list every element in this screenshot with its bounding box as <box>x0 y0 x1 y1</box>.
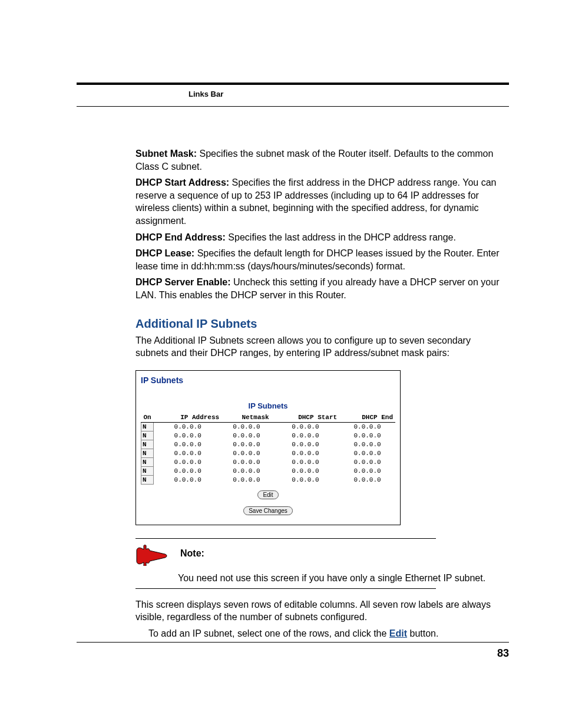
cell-dhcp-end: 0.0.0.0 <box>339 475 395 484</box>
def-dhcp-end: DHCP End Address: Specifies the last add… <box>135 231 503 244</box>
cell-on[interactable]: N <box>141 431 154 440</box>
cell-dhcp-start: 0.0.0.0 <box>272 475 339 484</box>
col-netmask: Netmask <box>222 413 272 423</box>
table-row[interactable]: N0.0.0.00.0.0.00.0.0.00.0.0.0 <box>141 466 396 475</box>
cell-netmask: 0.0.0.0 <box>222 431 272 440</box>
subnet-table: On IP Address Netmask DHCP Start DHCP En… <box>141 413 395 485</box>
box-title: IP Subnets <box>141 375 395 385</box>
cell-netmask: 0.0.0.0 <box>222 422 272 431</box>
cell-ip: 0.0.0.0 <box>154 431 222 440</box>
note-label: Note: <box>180 545 204 559</box>
cell-on[interactable]: N <box>141 449 154 457</box>
footer-rule <box>77 642 509 643</box>
table-row[interactable]: N0.0.0.00.0.0.00.0.0.00.0.0.0 <box>141 475 396 484</box>
def-dhcp-lease: DHCP Lease: Specifies the default length… <box>135 247 503 272</box>
save-changes-button[interactable]: Save Changes <box>243 506 293 515</box>
col-dhcp-start: DHCP Start <box>272 413 339 423</box>
note-text: You need not use this screen if you have… <box>135 569 503 588</box>
header-rule-thin <box>77 106 509 107</box>
def-dhcp-start-label: DHCP Start Address: <box>135 177 229 187</box>
def-dhcp-server-enable-label: DHCP Server Enable: <box>135 277 231 287</box>
cell-dhcp-start: 0.0.0.0 <box>272 440 339 449</box>
cell-dhcp-end: 0.0.0.0 <box>339 431 395 440</box>
cell-dhcp-end: 0.0.0.0 <box>339 466 395 475</box>
def-dhcp-end-text: Specifies the last address in the DHCP a… <box>226 232 456 242</box>
subnet-table-header: On IP Address Netmask DHCP Start DHCP En… <box>141 413 396 423</box>
note-block: Note: You need not use this screen if yo… <box>135 538 503 589</box>
def-dhcp-server-enable: DHCP Server Enable: Uncheck this setting… <box>135 276 503 301</box>
cell-ip: 0.0.0.0 <box>154 457 222 466</box>
cell-netmask: 0.0.0.0 <box>222 440 272 449</box>
cell-dhcp-end: 0.0.0.0 <box>339 449 395 457</box>
cell-dhcp-start: 0.0.0.0 <box>272 457 339 466</box>
cell-dhcp-start: 0.0.0.0 <box>272 449 339 457</box>
edit-link[interactable]: Edit <box>389 628 407 638</box>
tail-p2-pre: To add an IP subnet, select one of the r… <box>148 628 389 638</box>
def-subnet-mask-label: Subnet Mask: <box>135 149 197 159</box>
cell-ip: 0.0.0.0 <box>154 475 222 484</box>
cell-on[interactable]: N <box>141 475 154 484</box>
def-dhcp-lease-label: DHCP Lease: <box>135 248 194 258</box>
col-dhcp-end: DHCP End <box>339 413 395 423</box>
note-bottom-rule <box>135 588 436 589</box>
cell-on[interactable]: N <box>141 466 154 475</box>
cell-dhcp-end: 0.0.0.0 <box>339 457 395 466</box>
cell-netmask: 0.0.0.0 <box>222 457 272 466</box>
header-rule-thick <box>77 83 509 85</box>
cell-dhcp-end: 0.0.0.0 <box>339 440 395 449</box>
cell-on[interactable]: N <box>141 422 154 431</box>
page-number: 83 <box>497 647 509 660</box>
cell-ip: 0.0.0.0 <box>154 422 222 431</box>
table-row[interactable]: N0.0.0.00.0.0.00.0.0.00.0.0.0 <box>141 422 396 431</box>
table-row[interactable]: N0.0.0.00.0.0.00.0.0.00.0.0.0 <box>141 431 396 440</box>
tail-p2-post: button. <box>407 628 438 638</box>
cell-netmask: 0.0.0.0 <box>222 449 272 457</box>
tail-p1: This screen displays seven rows of edita… <box>135 598 503 624</box>
col-on: On <box>141 413 154 423</box>
tail-p2: To add an IP subnet, select one of the r… <box>148 627 503 640</box>
cell-ip: 0.0.0.0 <box>154 440 222 449</box>
def-subnet-mask: Subnet Mask: Specifies the subnet mask o… <box>135 147 503 173</box>
cell-netmask: 0.0.0.0 <box>222 475 272 484</box>
cell-dhcp-start: 0.0.0.0 <box>272 422 339 431</box>
cell-on[interactable]: N <box>141 440 154 449</box>
col-ip: IP Address <box>154 413 222 423</box>
cell-on[interactable]: N <box>141 457 154 466</box>
table-row[interactable]: N0.0.0.00.0.0.00.0.0.00.0.0.0 <box>141 440 396 449</box>
def-dhcp-end-label: DHCP End Address: <box>135 232 226 242</box>
ip-subnets-screenshot: IP Subnets IP Subnets On IP Address Netm… <box>135 370 401 525</box>
cell-dhcp-end: 0.0.0.0 <box>339 422 395 431</box>
cell-ip: 0.0.0.0 <box>154 449 222 457</box>
cell-ip: 0.0.0.0 <box>154 466 222 475</box>
cell-dhcp-start: 0.0.0.0 <box>272 466 339 475</box>
pointing-hand-icon <box>135 545 167 566</box>
def-dhcp-start: DHCP Start Address: Specifies the first … <box>135 176 503 227</box>
section-intro: The Additional IP Subnets screen allows … <box>135 334 503 360</box>
table-row[interactable]: N0.0.0.00.0.0.00.0.0.00.0.0.0 <box>141 449 396 457</box>
section-heading: Additional IP Subnets <box>135 317 503 331</box>
table-row[interactable]: N0.0.0.00.0.0.00.0.0.00.0.0.0 <box>141 457 396 466</box>
box-subtitle: IP Subnets <box>141 401 395 410</box>
links-bar-label: Links Bar <box>189 90 223 98</box>
cell-netmask: 0.0.0.0 <box>222 466 272 475</box>
edit-button[interactable]: Edit <box>257 490 278 499</box>
cell-dhcp-start: 0.0.0.0 <box>272 431 339 440</box>
